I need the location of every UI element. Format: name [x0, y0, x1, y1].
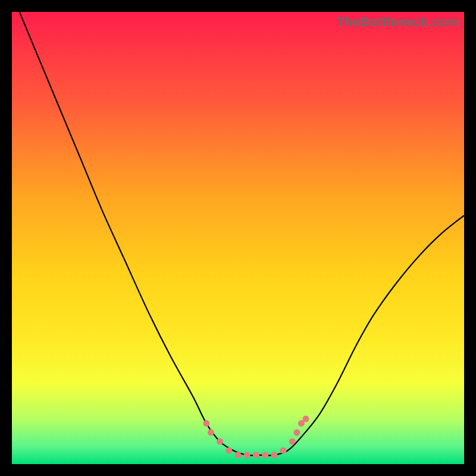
watermark-label: TheBottleneck.com: [337, 14, 459, 30]
emphasis-dot: [253, 452, 259, 458]
bottleneck-chart: [12, 12, 464, 464]
emphasis-dot: [226, 447, 232, 454]
emphasis-dot: [203, 420, 209, 427]
emphasis-dot: [293, 429, 300, 436]
gradient-background: [12, 12, 464, 464]
emphasis-dot: [303, 416, 309, 422]
emphasis-dot: [217, 439, 223, 445]
emphasis-dot: [208, 429, 214, 436]
chart-frame: TheBottleneck.com: [12, 12, 464, 464]
emphasis-dot: [244, 452, 250, 458]
emphasis-dot: [289, 439, 296, 445]
emphasis-dot: [280, 447, 287, 454]
emphasis-dot: [235, 452, 242, 458]
emphasis-dot: [262, 452, 268, 458]
emphasis-dot: [271, 452, 277, 458]
